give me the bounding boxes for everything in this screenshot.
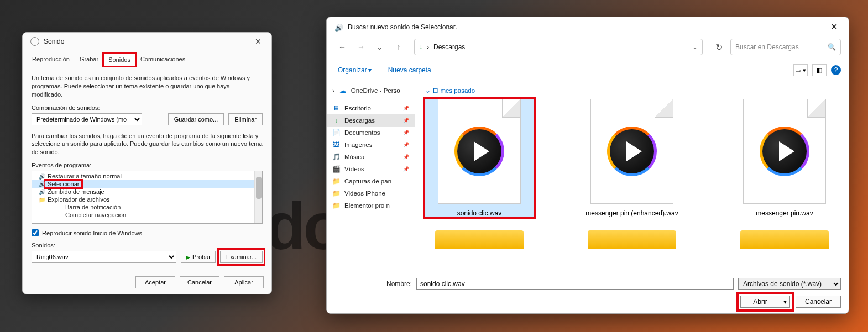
sidebar-item-label: Elementor pro n	[344, 202, 390, 209]
file-open-dialog: Buscar nuevo sonido de Seleccionar. ✕ ← …	[326, 17, 849, 314]
sidebar-item-escritorio[interactable]: 🖥Escritorio📌	[327, 102, 415, 114]
sidebar-item-capturas-de-pan[interactable]: 📁Capturas de pan	[327, 175, 415, 187]
sound-scheme-select[interactable]: Predeterminado de Windows (mo	[32, 113, 142, 125]
open-dropdown-button[interactable]: ▾	[780, 296, 790, 308]
file-main: ›☁OneDrive - Perso🖥Escritorio📌↓Descargas…	[327, 80, 849, 272]
sidebar-item-documentos[interactable]: 📄Documentos📌	[327, 127, 415, 139]
speaker-icon	[39, 173, 45, 180]
organize-button[interactable]: Organizar ▾	[334, 64, 375, 76]
program-event-item[interactable]: Zumbido de mensaje	[32, 188, 262, 196]
folder-item[interactable]	[578, 227, 686, 249]
sidebar-item-imágenes[interactable]: 🖼Imágenes📌	[327, 139, 415, 151]
file-label: messenger pin.wav	[756, 209, 813, 217]
file-type-filter[interactable]: Archivos de sonido (*.wav)	[738, 278, 841, 290]
search-placeholder: Buscar en Descargas	[735, 43, 799, 51]
back-button[interactable]: ←	[334, 39, 350, 55]
chevron-down-icon: ⌄	[425, 87, 431, 94]
folder-item[interactable]	[730, 227, 839, 249]
sound-file-select[interactable]: Ring06.wav	[32, 251, 176, 263]
breadcrumb[interactable]: Descargas	[433, 43, 465, 51]
file-thumbnail	[438, 99, 521, 204]
cancel-button[interactable]: Cancelar	[796, 296, 841, 308]
sidebar-icon: 📄	[332, 129, 340, 136]
program-event-item[interactable]: Barra de notificación	[32, 203, 262, 211]
open-button[interactable]: Abrir	[740, 296, 780, 308]
file-label: sonido clic.wav	[457, 209, 502, 217]
file-item[interactable]: messenger pin.wav	[730, 99, 839, 217]
file-item[interactable]: messenger pin (enhanced).wav	[578, 99, 686, 217]
folder-icon	[740, 230, 829, 249]
pin-icon: 📌	[403, 118, 409, 123]
address-bar[interactable]: ↓ › Descargas ⌄	[414, 39, 703, 55]
forward-button[interactable]: →	[353, 39, 369, 55]
save-as-button[interactable]: Guardar como...	[168, 113, 224, 125]
event-label: Completar navegación	[65, 212, 126, 218]
test-button[interactable]: Probar	[181, 251, 216, 263]
ok-button[interactable]: Aceptar	[135, 276, 175, 288]
cancel-button[interactable]: Cancelar	[180, 276, 219, 288]
sound-dialog-title: Sonido	[44, 38, 253, 45]
tab-comunicaciones[interactable]: Comunicaciones	[135, 52, 190, 66]
apply-button[interactable]: Aplicar	[224, 276, 264, 288]
view-mode-button[interactable]: ▭ ▾	[793, 64, 808, 76]
program-event-item[interactable]: Seleccionar	[32, 180, 262, 188]
download-icon: ↓	[419, 43, 422, 51]
events-description: Para cambiar los sonidos, haga clic en u…	[32, 132, 263, 157]
sidebar-item-label: Descargas	[344, 117, 375, 124]
scrollbar-thumb[interactable]	[256, 177, 262, 199]
new-folder-button[interactable]: Nueva carpeta	[385, 64, 435, 76]
file-toolbar: Organizar ▾ Nueva carpeta ▭ ▾ ◧ ?	[327, 61, 849, 80]
scrollbar[interactable]	[254, 171, 262, 223]
program-event-item[interactable]: Explorador de archivos	[32, 196, 262, 203]
event-label: Explorador de archivos	[48, 196, 110, 203]
close-icon[interactable]: ✕	[827, 22, 841, 32]
folder-icon	[435, 230, 524, 249]
sidebar-item-label: Capturas de pan	[344, 178, 391, 185]
sound-dialog-footer: Aceptar Cancelar Aplicar	[135, 276, 264, 288]
pin-icon: 📌	[403, 166, 409, 172]
play-startup-sound-label: Reproducir sonido Inicio de Windows	[42, 230, 142, 236]
sidebar-item-label: Videos iPhone	[344, 190, 385, 197]
sound-dialog: Sonido ✕ ReproducciónGrabarSonidosComuni…	[22, 32, 272, 294]
group-header[interactable]: ⌄El mes pasado	[425, 87, 839, 94]
refresh-button[interactable]: ↻	[710, 39, 727, 55]
sidebar-item-descargas[interactable]: ↓Descargas📌	[327, 114, 415, 127]
browse-button[interactable]: Examinar...	[220, 251, 263, 263]
sidebar-item-elementor-pro-n[interactable]: 📁Elementor pro n	[327, 199, 415, 212]
program-event-item[interactable]: Restaurar a tamaño normal	[32, 172, 262, 180]
navigation-toolbar: ← → ⌄ ↑ ↓ › Descargas ⌄ ↻ Buscar en Desc…	[327, 36, 849, 61]
recent-locations-button[interactable]: ⌄	[372, 39, 388, 55]
delete-button[interactable]: Eliminar	[228, 113, 263, 125]
sidebar-item-onedrive---perso[interactable]: ›☁OneDrive - Perso	[327, 85, 415, 97]
program-events-tree[interactable]: Restaurar a tamaño normalSeleccionarZumb…	[32, 171, 263, 224]
sidebar-icon: ☁	[339, 87, 347, 94]
preview-pane-button[interactable]: ◧	[812, 64, 827, 76]
sidebar-item-música[interactable]: 🎵Música📌	[327, 151, 415, 163]
search-input[interactable]: Buscar en Descargas 🔍	[730, 39, 841, 55]
program-event-item[interactable]: Completar navegación	[32, 211, 262, 219]
pin-icon: 📌	[403, 130, 409, 135]
sounds-label: Sonidos:	[32, 242, 263, 249]
tab-grabar[interactable]: Grabar	[75, 52, 103, 66]
sound-dialog-titlebar: Sonido ✕	[23, 33, 271, 50]
tab-sonidos[interactable]: Sonidos	[103, 53, 135, 66]
sidebar-icon: 🖥	[332, 104, 340, 112]
close-icon[interactable]: ✕	[253, 37, 264, 46]
up-button[interactable]: ↑	[391, 39, 406, 55]
sidebar-item-videos-iphone[interactable]: 📁Videos iPhone	[327, 187, 415, 199]
sidebar-icon: 📁	[332, 202, 340, 209]
file-item[interactable]: sonido clic.wav	[425, 99, 534, 217]
sidebar-item-vídeos[interactable]: 🎬Vídeos📌	[327, 163, 415, 175]
chevron-down-icon[interactable]: ⌄	[692, 43, 698, 51]
tab-reproducción[interactable]: Reproducción	[27, 52, 75, 66]
sidebar-item-label: Escritorio	[344, 105, 371, 112]
file-dialog-footer: Nombre: Archivos de sonido (*.wav) Abrir…	[327, 272, 849, 313]
help-button[interactable]: ?	[831, 65, 841, 75]
chevron-right-icon: ›	[332, 87, 334, 94]
filename-input[interactable]	[416, 278, 734, 290]
sidebar-item-label: Imágenes	[344, 141, 373, 148]
folder-item[interactable]	[425, 227, 534, 249]
play-startup-sound-checkbox[interactable]	[32, 229, 39, 236]
pin-icon: 📌	[403, 106, 409, 111]
filename-label: Nombre:	[334, 280, 412, 288]
